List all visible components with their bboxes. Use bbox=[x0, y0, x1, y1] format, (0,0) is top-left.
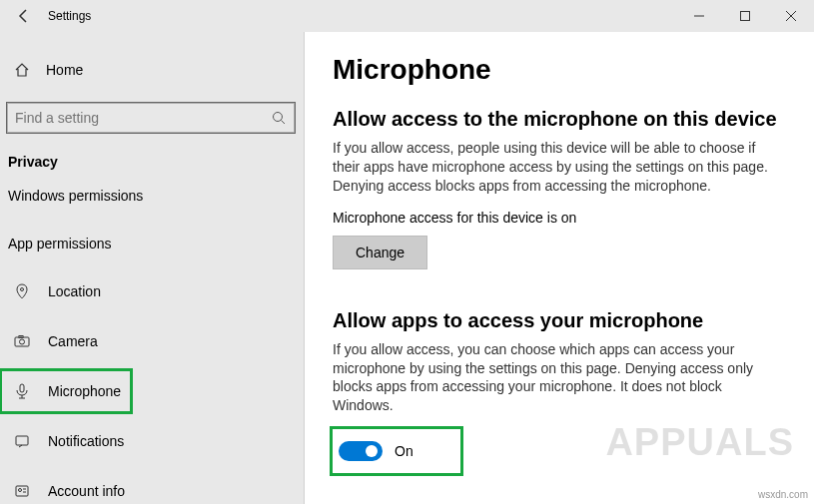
account-icon bbox=[14, 483, 30, 499]
svg-point-8 bbox=[20, 339, 25, 344]
minimize-button[interactable] bbox=[676, 0, 722, 32]
home-button[interactable]: Home bbox=[0, 50, 304, 90]
maximize-button[interactable] bbox=[722, 0, 768, 32]
location-icon bbox=[14, 283, 30, 299]
change-button[interactable]: Change bbox=[333, 236, 427, 269]
svg-point-4 bbox=[274, 113, 283, 122]
device-access-status: Microphone access for this device is on bbox=[333, 210, 786, 226]
svg-rect-1 bbox=[741, 12, 750, 21]
app-permissions-heading: App permissions bbox=[0, 236, 304, 252]
svg-rect-11 bbox=[16, 436, 28, 445]
close-button[interactable] bbox=[768, 0, 814, 32]
svg-point-13 bbox=[19, 489, 22, 492]
svg-rect-7 bbox=[15, 337, 29, 346]
privacy-heading: Privacy bbox=[0, 154, 304, 170]
sidebar-item-label: Location bbox=[48, 283, 101, 299]
sidebar-item-notifications[interactable]: Notifications bbox=[0, 419, 304, 463]
section-body-app-access: If you allow access, you can choose whic… bbox=[333, 340, 782, 416]
sidebar-item-account-info[interactable]: Account info bbox=[0, 469, 304, 504]
windows-permissions-link[interactable]: Windows permissions bbox=[0, 180, 304, 212]
home-icon bbox=[14, 62, 30, 78]
toggle-label: On bbox=[395, 443, 413, 459]
page-title: Microphone bbox=[333, 54, 786, 86]
search-icon bbox=[271, 110, 287, 126]
window-title: Settings bbox=[48, 9, 91, 23]
section-heading-app-access: Allow apps to access your microphone bbox=[333, 309, 786, 332]
watermark: APPUALS bbox=[605, 421, 794, 464]
svg-point-6 bbox=[21, 288, 24, 291]
sidebar-item-location[interactable]: Location bbox=[0, 269, 304, 313]
camera-icon bbox=[14, 333, 30, 349]
svg-line-5 bbox=[282, 121, 286, 125]
home-label: Home bbox=[46, 62, 83, 78]
back-button[interactable] bbox=[8, 0, 40, 32]
section-body-device-access: If you allow access, people using this d… bbox=[333, 139, 782, 196]
sidebar-item-label: Camera bbox=[48, 333, 98, 349]
section-heading-device-access: Allow access to the microphone on this d… bbox=[333, 108, 786, 131]
search-field[interactable] bbox=[15, 110, 271, 126]
app-access-toggle-row[interactable]: On bbox=[333, 429, 460, 473]
search-input[interactable] bbox=[6, 102, 296, 134]
notifications-icon bbox=[14, 433, 30, 449]
sidebar-item-microphone[interactable]: Microphone bbox=[0, 369, 132, 413]
microphone-icon bbox=[14, 383, 30, 399]
sidebar: Home Privacy Windows permissions App per… bbox=[0, 32, 304, 504]
sidebar-item-camera[interactable]: Camera bbox=[0, 319, 304, 363]
titlebar: Settings bbox=[0, 0, 814, 32]
svg-rect-12 bbox=[16, 486, 28, 496]
attribution: wsxdn.com bbox=[758, 489, 808, 500]
svg-rect-10 bbox=[20, 384, 24, 392]
sidebar-item-label: Notifications bbox=[48, 433, 124, 449]
sidebar-item-label: Account info bbox=[48, 483, 125, 499]
sidebar-item-label: Microphone bbox=[48, 383, 121, 399]
app-access-toggle[interactable] bbox=[339, 441, 383, 461]
content-pane: Microphone Allow access to the microphon… bbox=[304, 32, 814, 504]
